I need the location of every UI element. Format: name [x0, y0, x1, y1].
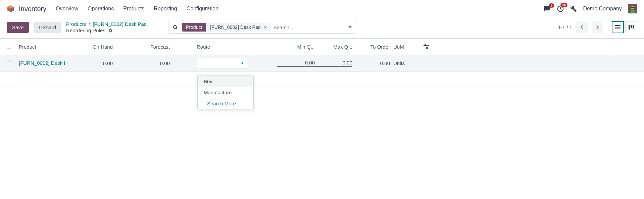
top-nav: Inventory Overview Operations Products R… [0, 0, 644, 17]
nav-products[interactable]: Products [123, 6, 144, 12]
svg-line-9 [176, 28, 177, 29]
filter-tag-value: [FURN_0002] Desk Pad [210, 24, 260, 30]
search-dropdown-toggle[interactable] [344, 21, 356, 33]
svg-rect-13 [629, 25, 630, 30]
col-header-uom[interactable]: UoM [390, 44, 424, 50]
route-input[interactable] [200, 61, 233, 66]
cell-forecast: 0.00 [119, 60, 177, 66]
activities-icon[interactable]: 26 [557, 5, 564, 12]
product-link[interactable]: [FURN_0002] Desk I [19, 60, 72, 66]
empty-row [0, 72, 644, 88]
pager-text[interactable]: 1-1 / 1 [558, 24, 572, 30]
svg-rect-6 [631, 7, 634, 8]
col-header-minq[interactable]: Min Q... [277, 44, 315, 50]
search-icon [168, 24, 182, 30]
breadcrumb-products[interactable]: Products [66, 21, 86, 27]
select-all-checkbox[interactable] [7, 44, 11, 49]
breadcrumb-product[interactable]: [FURN_0002] Desk Pad [93, 21, 147, 27]
col-header-route[interactable]: Route [177, 44, 277, 50]
svg-rect-15 [633, 25, 634, 29]
pager: 1-1 / 1 [558, 21, 603, 33]
dropdown-search-more[interactable]: Search More... [198, 98, 253, 104]
svg-point-18 [425, 45, 426, 46]
messages-badge: 5 [549, 3, 554, 8]
col-header-onhand[interactable]: On Hand [79, 44, 119, 50]
col-header-toorder[interactable]: To Order [352, 44, 390, 50]
svg-point-19 [427, 47, 428, 49]
search-input[interactable] [270, 24, 344, 30]
user-avatar[interactable] [628, 4, 637, 13]
breadcrumb-sep: / [89, 21, 90, 27]
messages-icon[interactable]: 5 [543, 5, 551, 12]
empty-row [0, 88, 644, 104]
route-dropdown: Buy Manufacture Search More... [197, 76, 254, 104]
activities-badge: 26 [560, 3, 567, 7]
column-settings-icon[interactable] [424, 44, 637, 49]
kanban-view-button[interactable] [625, 21, 637, 33]
gear-icon[interactable] [108, 28, 113, 33]
dropdown-option-manufacture[interactable]: Manufacture [198, 87, 253, 98]
table-row[interactable]: [FURN_0002] Desk I 0.00 0.00 ▼ 0.00 0.00… [0, 55, 644, 72]
filter-tag-label: Product [182, 23, 206, 32]
cell-minq[interactable]: 0.00 [277, 60, 315, 67]
save-button[interactable]: Save [7, 22, 29, 33]
row-checkbox[interactable] [7, 60, 11, 65]
pager-next-button[interactable] [592, 21, 603, 33]
breadcrumb-current: Reordering Rules [66, 28, 105, 33]
nav-operations[interactable]: Operations [88, 6, 114, 12]
filter-remove-icon[interactable]: ✕ [263, 24, 267, 30]
search-filter-tag: Product [FURN_0002] Desk Pad ✕ [182, 23, 270, 32]
col-header-forecast[interactable]: Forecast [119, 44, 177, 50]
col-header-product[interactable]: Product [19, 44, 79, 50]
svg-rect-14 [631, 25, 632, 28]
discard-button[interactable]: Discard [34, 22, 61, 33]
app-logo-icon[interactable] [7, 5, 15, 13]
route-select[interactable]: ▼ [197, 58, 247, 69]
nav-overview[interactable]: Overview [56, 6, 78, 12]
caret-down-icon: ▼ [241, 61, 244, 65]
nav-configuration[interactable]: Configuration [187, 6, 218, 12]
cell-uom: Units [390, 60, 424, 66]
app-title[interactable]: Inventory [19, 5, 46, 13]
col-header-maxq[interactable]: Max Q... [315, 44, 352, 50]
svg-point-8 [174, 26, 177, 29]
breadcrumb: Products / [FURN_0002] Desk Pad Reorderi… [66, 21, 147, 33]
list-view-button[interactable] [612, 21, 624, 33]
dropdown-option-buy[interactable]: Buy [198, 76, 253, 87]
control-row: Save Discard Products / [FURN_0002] Desk… [0, 17, 644, 38]
nav-reporting[interactable]: Reporting [154, 6, 177, 12]
cell-onhand: 0.00 [79, 60, 119, 66]
company-switcher[interactable]: Demo Company [583, 6, 622, 12]
cell-maxq[interactable]: 0.00 [315, 60, 352, 67]
search-box[interactable]: Product [FURN_0002] Desk Pad ✕ [168, 21, 356, 34]
table-header: Product On Hand Forecast Route Min Q... … [0, 38, 644, 55]
cell-toorder: 0.00 [352, 60, 390, 66]
svg-rect-7 [631, 10, 635, 13]
pager-prev-button[interactable] [576, 21, 588, 33]
debug-icon[interactable] [570, 5, 577, 12]
